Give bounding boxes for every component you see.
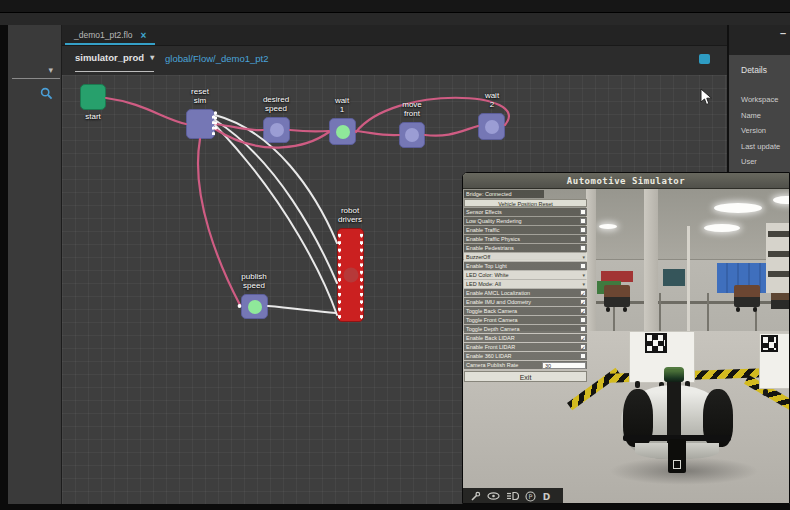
setting-row-enable-traffic-physics[interactable]: Enable Traffic Physics [464, 235, 587, 243]
node-input-ports[interactable] [337, 232, 342, 320]
bridge-status: Bridge: Connected [464, 190, 544, 198]
setting-row-toggle-front-camera[interactable]: Toggle Front Camera [464, 316, 587, 324]
setting-row-toggle-depth-camera[interactable]: Toggle Depth Camera [464, 325, 587, 333]
vehicle-position-reset-button[interactable]: Vehicle Position Reset [464, 199, 587, 207]
setting-row-buzzeroff[interactable]: BuzzerOff▾ [464, 253, 587, 261]
flow-toolbar: simulator_prod ▾ global/Flow/_demo1_pt2 [62, 45, 727, 75]
fiducial-marker [645, 333, 667, 353]
robot-mast [667, 379, 681, 443]
wrench-icon[interactable] [470, 491, 481, 502]
flow-node-desired-speed[interactable] [263, 117, 290, 143]
setting-row-enable-traffic[interactable]: Enable Traffic [464, 226, 587, 234]
lidar-sensor [664, 367, 684, 382]
eye-icon[interactable] [487, 491, 500, 501]
simulator-3d-scene[interactable]: Bridge: Connected Vehicle Position Reset… [463, 189, 790, 504]
checkbox-checked[interactable]: ✓ [580, 290, 587, 297]
checkbox-unchecked[interactable] [580, 236, 587, 243]
checkbox-unchecked[interactable] [580, 317, 587, 324]
setting-row-enable-imu-and-odometry[interactable]: Enable IMU and Odometry✓ [464, 298, 587, 306]
flow-selector-dropdown[interactable]: simulator_prod ▾ [75, 52, 154, 63]
node-label: wait 2 [462, 91, 522, 109]
checkbox-unchecked[interactable] [580, 263, 587, 270]
setting-row-low-quality-rendering[interactable]: Low Quality Rendering [464, 217, 587, 225]
setting-row-enable-amcl-localization[interactable]: Enable AMCL Localization✓ [464, 289, 587, 297]
flow-node-robot-drivers[interactable] [337, 228, 364, 322]
checkbox-unchecked[interactable] [580, 353, 587, 360]
setting-row-enable-front-lidar[interactable]: Enable Front LIDAR✓ [464, 343, 587, 351]
shelf-rack [766, 223, 790, 293]
d-icon[interactable]: D [542, 491, 551, 502]
setting-row-toggle-back-camera[interactable]: Toggle Back Camera✓ [464, 307, 587, 315]
details-field-last-update: Last update [741, 142, 780, 151]
search-icon[interactable] [40, 87, 53, 100]
node-label: publish speed [224, 272, 284, 290]
cart-wheel [606, 307, 610, 312]
publish-rate-input[interactable]: 30 [542, 362, 586, 369]
checkbox-unchecked[interactable] [580, 227, 587, 234]
simulator-title-bar[interactable]: Automotive Simulator [463, 173, 789, 189]
checkbox-unchecked[interactable] [580, 209, 587, 216]
chevron-down-icon: ▾ [582, 253, 585, 261]
checkbox-checked[interactable]: ✓ [580, 344, 587, 351]
cargo-cart [604, 285, 630, 307]
browser-top-bar [0, 0, 790, 12]
cart-wheel [736, 307, 740, 312]
checkbox-unchecked[interactable] [580, 326, 587, 333]
flow-node-wait-1[interactable] [329, 118, 356, 145]
simulator-title: Automotive Simulator [567, 176, 685, 186]
checkbox-checked[interactable]: ✓ [580, 299, 587, 306]
bottom-edge-strip [0, 504, 790, 510]
node-label: desired speed [246, 95, 306, 113]
tab-demo1-pt2[interactable]: _demo1_pt2.flo × [66, 25, 154, 45]
node-label: reset sim [170, 87, 230, 105]
setting-row-enable-360-lidar[interactable]: Enable 360 LIDAR [464, 352, 587, 360]
details-field-version: Version [741, 126, 766, 135]
node-label: move front [382, 100, 442, 118]
checkbox-checked[interactable]: ✓ [580, 308, 587, 315]
close-icon[interactable]: × [141, 30, 147, 41]
flow-node-move-front[interactable] [399, 122, 425, 148]
setting-label: Enable Back LIDAR [466, 335, 515, 341]
setting-row-enable-back-lidar[interactable]: Enable Back LIDAR✓ [464, 334, 587, 342]
setting-label: Camera Publish Rate [466, 362, 518, 368]
flow-node-reset-sim[interactable] [186, 109, 215, 139]
chevron-down-icon[interactable]: ▾ [48, 65, 53, 75]
setting-row-camera-publish-rate[interactable]: Camera Publish Rate30 [464, 361, 587, 369]
setting-row-enable-pedestrians[interactable]: Enable Pedestrians [464, 244, 587, 252]
setting-label: Sensor Effects [466, 209, 502, 215]
app-window: ▾ _demo1_pt2.flo × simulator_prod ▾ glob… [0, 0, 790, 510]
svg-text:D: D [543, 492, 550, 502]
checkbox-unchecked[interactable] [580, 245, 587, 252]
list-icon[interactable] [506, 491, 519, 501]
minimize-icon[interactable]: – [780, 27, 786, 39]
left-edge-strip [0, 25, 8, 504]
menu-icon[interactable] [699, 54, 710, 64]
cart-wheel [623, 307, 627, 312]
flow-node-wait-2[interactable] [478, 113, 505, 140]
fiducial-marker [761, 335, 778, 352]
setting-label: Enable IMU and Odometry [466, 299, 531, 305]
node-output-ports[interactable] [359, 232, 364, 320]
pillar [644, 189, 658, 331]
checkbox-unchecked[interactable] [580, 218, 587, 225]
setting-label: Toggle Front Camera [466, 317, 518, 323]
setting-row-enable-top-light[interactable]: Enable Top Light [464, 262, 587, 270]
tab-bar: _demo1_pt2.flo × [62, 25, 727, 45]
setting-row-sensor-effects[interactable]: Sensor Effects [464, 208, 587, 216]
checkbox-checked[interactable]: ✓ [580, 335, 587, 342]
setting-row-led-color-white[interactable]: LED Color: White▾ [464, 271, 587, 279]
flow-node-start[interactable] [80, 84, 106, 110]
chevron-down-icon: ▾ [582, 271, 585, 279]
setting-row-led-mode-all[interactable]: LED Mode: All▾ [464, 280, 587, 288]
setting-label: Enable AMCL Localization [466, 290, 530, 296]
simulator-settings-panel: Bridge: Connected Vehicle Position Reset… [464, 190, 587, 382]
parking-icon[interactable]: P [525, 491, 536, 502]
pillar [586, 189, 596, 331]
robot-wheel [763, 389, 768, 396]
exit-button[interactable]: Exit [464, 371, 587, 382]
teal-container [663, 269, 685, 286]
settings-rows: Sensor EffectsLow Quality RenderingEnabl… [464, 208, 587, 369]
setting-label: Toggle Back Camera [466, 308, 517, 314]
setting-label: Enable Traffic Physics [466, 236, 520, 242]
flow-node-publish-speed[interactable] [241, 294, 268, 319]
